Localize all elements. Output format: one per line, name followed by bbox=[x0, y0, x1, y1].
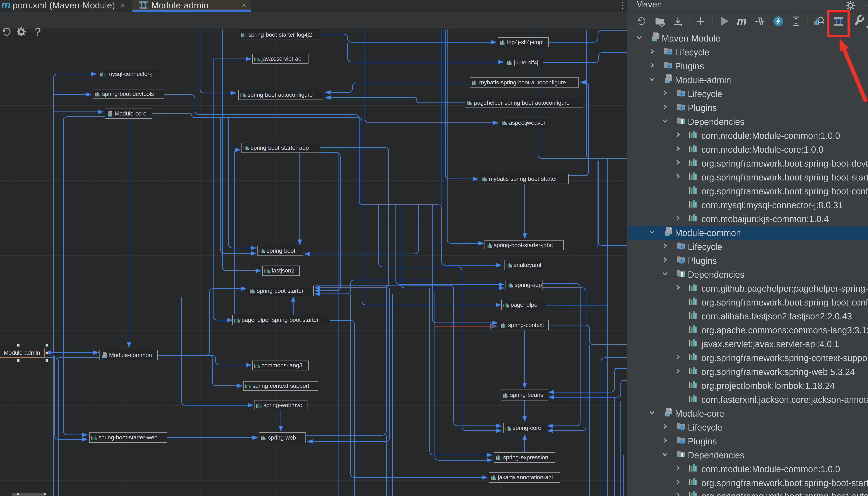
svg-text:m: m bbox=[102, 355, 105, 358]
svg-text:m: m bbox=[666, 412, 670, 417]
svg-text:m: m bbox=[108, 113, 111, 117]
svg-text:m: m bbox=[666, 232, 670, 237]
svg-text:m: m bbox=[737, 15, 746, 27]
svg-text:m: m bbox=[666, 79, 670, 84]
svg-text:m: m bbox=[653, 37, 657, 42]
svg-text:?: ? bbox=[35, 26, 41, 38]
